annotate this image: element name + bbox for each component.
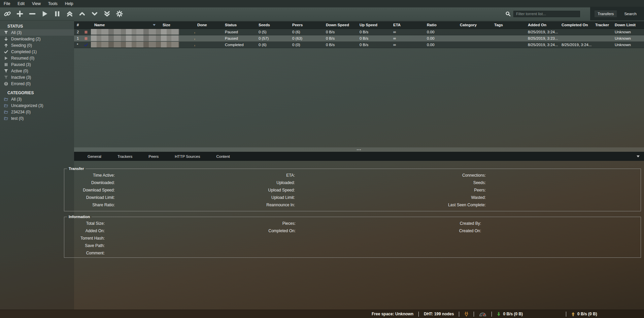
progress-text: 0.4% bbox=[195, 30, 195, 34]
column-header-down_limit[interactable]: Down Limit bbox=[612, 21, 644, 29]
download-speed-status[interactable]: 0 B/s (0 B) bbox=[497, 312, 523, 316]
alt-speed-limits-icon[interactable] bbox=[479, 312, 486, 316]
filter-status-active-0[interactable]: Active (0) bbox=[0, 68, 74, 74]
column-header-name[interactable]: Name bbox=[92, 21, 160, 29]
column-header-seeds[interactable]: Seeds bbox=[256, 21, 290, 29]
filter-status-resumed-0[interactable]: Resumed (0) bbox=[0, 55, 74, 61]
column-header-completed_on[interactable]: Completed On bbox=[559, 21, 592, 29]
options-button[interactable] bbox=[114, 9, 125, 19]
cell-down_limit: Unknown bbox=[612, 36, 644, 40]
column-label-completed_on: Completed On bbox=[562, 23, 588, 27]
torrent-row[interactable]: 19.2%Paused0 (57)0 (63)0 B/s0 B/s∞0.008/… bbox=[74, 35, 644, 42]
column-label-added_on: Added On bbox=[528, 23, 546, 27]
cell-up_speed: 0 B/s bbox=[357, 30, 391, 34]
column-label-name: Name bbox=[94, 23, 105, 27]
add-magnet-button[interactable] bbox=[2, 9, 12, 19]
folder-icon bbox=[4, 110, 8, 114]
menu-tools[interactable]: Tools bbox=[44, 0, 61, 7]
view-transfers-button[interactable]: Transfers bbox=[595, 10, 617, 17]
categories-section-header[interactable]: CATEGORIES bbox=[0, 90, 74, 96]
column-header-down_speed[interactable]: Down Speed bbox=[323, 21, 357, 29]
menu-view[interactable]: View bbox=[28, 0, 44, 7]
column-header-num[interactable]: # bbox=[74, 21, 82, 29]
info-comment-row: Comment: bbox=[64, 249, 248, 257]
menu-file[interactable]: File bbox=[0, 0, 14, 7]
column-header-status[interactable]: Status bbox=[222, 21, 256, 29]
progress-text: 9.2% bbox=[195, 36, 195, 40]
category-all-3[interactable]: All (3) bbox=[0, 96, 74, 102]
transfer-downloaded-row: Downloaded: bbox=[64, 179, 248, 186]
arrow-up-icon bbox=[4, 43, 8, 47]
column-header-ratio[interactable]: Ratio bbox=[424, 21, 457, 29]
filter-status-all-3[interactable]: All (3) bbox=[0, 29, 74, 36]
filter-status-completed-1[interactable]: Completed (1) bbox=[0, 48, 74, 55]
transfer-upload-limit-label: Upload Limit: bbox=[248, 195, 295, 200]
add-torrent-button[interactable] bbox=[15, 9, 25, 19]
panel-collapse-chevron-icon[interactable] bbox=[636, 154, 640, 158]
menu-edit[interactable]: Edit bbox=[14, 0, 28, 7]
plus-icon bbox=[16, 10, 23, 17]
column-header-tags[interactable]: Tags bbox=[492, 21, 525, 29]
transfer-uploaded-label: Uploaded: bbox=[248, 180, 295, 185]
info-comment-label: Comment: bbox=[64, 251, 105, 255]
move-down-button[interactable] bbox=[90, 9, 100, 19]
category-test-0[interactable]: test (0) bbox=[0, 115, 74, 121]
column-header-state[interactable] bbox=[82, 21, 92, 29]
cell-num: 1 bbox=[74, 36, 82, 40]
tab-general[interactable]: General bbox=[83, 153, 105, 160]
view-search-button[interactable]: Search bbox=[621, 10, 639, 17]
filter-status-inactive-3[interactable]: Inactive (3) bbox=[0, 74, 74, 80]
transfer-share-ratio-label: Share Ratio: bbox=[64, 203, 115, 207]
statusbar-separator bbox=[418, 312, 419, 317]
transfer-peers-row: Peers: bbox=[428, 186, 641, 194]
splitter-handle[interactable]: ... bbox=[357, 146, 362, 151]
tab-http-sources[interactable]: HTTP Sources bbox=[171, 153, 204, 160]
column-label-ratio: Ratio bbox=[427, 23, 437, 27]
pause-button[interactable] bbox=[52, 9, 62, 19]
torrent-row[interactable]: 20.4%Paused0 (5)0 (6)0 B/s0 B/s∞0.008/25… bbox=[74, 29, 644, 35]
column-header-size[interactable]: Size bbox=[160, 21, 195, 29]
upload-speed-status[interactable]: 0 B/s (0 B) bbox=[571, 312, 597, 316]
move-up-button[interactable] bbox=[77, 9, 87, 19]
panel-splitter[interactable]: ... bbox=[74, 147, 644, 152]
status-section-header[interactable]: STATUS bbox=[0, 23, 74, 29]
column-header-up_speed[interactable]: Up Speed bbox=[357, 21, 391, 29]
transfer-eta-row: ETA: bbox=[248, 172, 428, 179]
column-header-done[interactable]: Done bbox=[195, 21, 222, 29]
delete-torrent-button[interactable] bbox=[27, 9, 37, 19]
sort-desc-icon bbox=[152, 23, 156, 27]
category-234234-0[interactable]: 234234 (0) bbox=[0, 109, 74, 115]
move-top-button[interactable] bbox=[65, 9, 75, 19]
cell-seeds: 0 (57) bbox=[256, 36, 290, 40]
info-added-on-label: Added On: bbox=[64, 228, 105, 233]
category-uncategorized-3[interactable]: Uncategorized (3) bbox=[0, 102, 74, 109]
filter-torrent-input[interactable] bbox=[513, 11, 580, 17]
information-fieldset: Information Total Size:Added On:Torrent … bbox=[64, 215, 641, 258]
column-header-peers[interactable]: Peers bbox=[290, 21, 323, 29]
filter-status-paused-3[interactable]: Paused (3) bbox=[0, 61, 74, 68]
column-header-tracker[interactable]: Tracker bbox=[592, 21, 612, 29]
cell-eta: ∞ bbox=[391, 43, 424, 47]
filter-status-downloading-2[interactable]: Downloading (2) bbox=[0, 36, 74, 42]
connection-status-icon[interactable] bbox=[464, 312, 469, 317]
column-header-category[interactable]: Category bbox=[457, 21, 492, 29]
transfer-reannounce-in-row: Reannounce In: bbox=[248, 201, 428, 209]
tab-peers[interactable]: Peers bbox=[144, 153, 163, 160]
cell-peers: 0 (6) bbox=[290, 30, 323, 34]
torrent-row[interactable]: *100.0%Completed0 (6)0 (0)0 B/s0 B/s∞0.0… bbox=[74, 42, 644, 48]
move-bottom-button[interactable] bbox=[102, 9, 112, 19]
cell-peers: 0 (0) bbox=[290, 43, 323, 47]
view-switch: TransfersSearch bbox=[590, 7, 644, 21]
resume-button[interactable] bbox=[40, 9, 50, 19]
column-label-eta: ETA bbox=[393, 23, 401, 27]
tab-trackers[interactable]: Trackers bbox=[113, 153, 136, 160]
column-header-added_on[interactable]: Added On bbox=[525, 21, 559, 29]
column-label-seeds: Seeds bbox=[259, 23, 270, 27]
transfer-reannounce-in-label: Reannounce In: bbox=[248, 203, 295, 207]
column-header-eta[interactable]: ETA bbox=[391, 21, 424, 29]
menu-help[interactable]: Help bbox=[61, 0, 77, 7]
filter-group bbox=[505, 11, 580, 17]
filter-status-seeding-0[interactable]: Seeding (0) bbox=[0, 42, 74, 48]
tab-content[interactable]: Content bbox=[212, 153, 234, 160]
filter-status-errored-0[interactable]: Errored (0) bbox=[0, 80, 74, 87]
